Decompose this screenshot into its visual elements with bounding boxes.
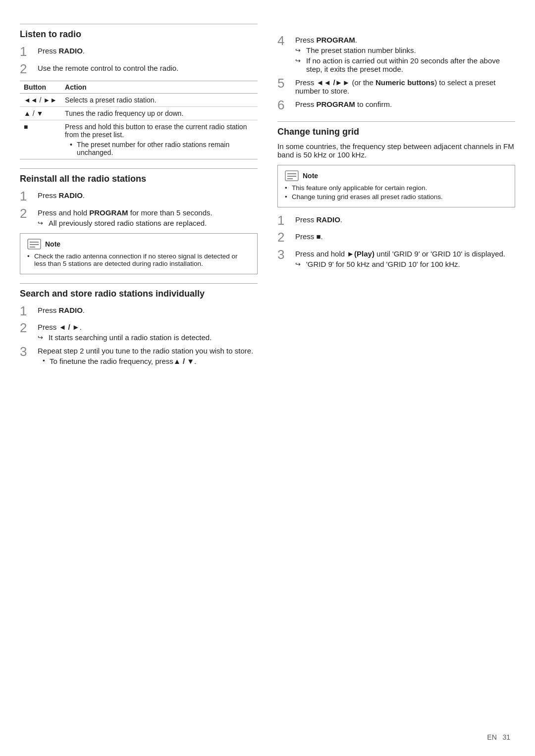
search-divider [20,283,258,284]
search-step3-bullet-prefix: To finetune the radio frequency, press [50,357,173,365]
search-step3-bullet-suffix: . [194,357,196,365]
reinstall-step2-bold: PROGRAM [89,208,128,217]
listen-step1-content: Press RADIO. [38,45,258,55]
search-step1: 1 Press RADIO. [20,304,258,318]
tuning-step3: 3 Press and hold ►(Play) until 'GRID 9' … [277,248,515,268]
arrow-icon-5: ↪ [295,260,304,268]
tuning-step1-content: Press RADIO. [295,213,515,224]
store-step6-prefix: Press [295,100,317,108]
listen-step2-content: Use the remote control to control the ra… [38,62,258,72]
tuning-step2-num: 2 [277,230,293,245]
store-step4: 4 Press PROGRAM. ↪ The preset station nu… [277,34,515,73]
store-step4-suffix: . [355,36,357,44]
table-row: ▲ / ▼Tunes the radio frequency up or dow… [20,107,258,120]
tuning-step3-arrow: ↪ 'GRID 9' for 50 kHz and 'GRID 10' for … [295,260,515,268]
tuning-note-bullets: • This feature only applicable for certa… [285,184,508,201]
search-step1-bold: RADIO [59,306,83,314]
store-step5-bold1: ◄◄ /►► [317,78,352,87]
reinstall-step2-prefix: Press and hold [38,208,89,217]
store-step4-bold: PROGRAM [317,36,355,44]
reinstall-note-bullet: • Check the radio antenna connection if … [27,252,250,267]
search-step2-content: Press ◄ / ►. ↪ It starts searching until… [38,321,258,342]
search-step3-content: Repeat step 2 until you tune to the radi… [38,345,258,365]
search-step3-bullet-bold: ▲ / ▼ [173,357,194,365]
listen-step1: 1 Press RADIO. [20,45,258,59]
table-col1-header: Button [20,81,61,94]
search-step3: 3 Repeat step 2 until you tune to the ra… [20,345,258,365]
reinstall-note-bullet-sym: • [27,252,34,260]
tuning-note-icon [285,170,299,181]
store-step5-num: 5 [277,76,293,91]
reinstall-step2-content: Press and hold PROGRAM for more than 5 s… [38,206,258,227]
store-step6-bold: PROGRAM [317,100,355,108]
reinstall-step1-num: 1 [20,189,36,203]
reinstall-step2-num: 2 [20,206,36,221]
arrow-icon-2: ↪ [38,334,47,341]
search-step2: 2 Press ◄ / ►. ↪ It starts searching unt… [20,321,258,342]
listen-step1-num: 1 [20,45,36,59]
tuning-step3-prefix: Press and hold [295,250,347,258]
radio-button-table: Button Action ◄◄ / ►► Selects a preset r… [20,81,258,159]
store-step5-prefix: Press [295,78,317,87]
left-column: Listen to radio 1 Press RADIO. 2 Use the… [20,15,258,368]
store-step4-arrow2-text: If no action is carried out within 20 se… [306,56,515,73]
search-step1-content: Press RADIO. [38,304,258,314]
reinstall-step1: 1 Press RADIO. [20,189,258,203]
search-step2-arrow: ↪ It starts searching until a radio stat… [38,333,258,342]
tuning-note-label: Note [303,172,318,180]
store-step5-bold2: Numeric buttons [375,78,434,87]
reinstall-step2-arrow: ↪ All previously stored radio stations a… [38,219,258,227]
arrow-icon-3: ↪ [295,47,304,54]
listen-title: Listen to radio [20,29,258,40]
store-step4-prefix: Press [295,36,317,44]
table-button-cell: ■ [20,120,61,159]
tuning-note-header: Note [285,170,508,181]
tuning-step2-content: Press ■. [295,230,515,241]
arrow-icon: ↪ [38,219,47,227]
tuning-title: Change tuning grid [277,127,515,137]
listen-step1-text: Press [38,47,59,55]
store-step4-arrow1-text: The preset station number blinks. [306,46,416,54]
reinstall-divider [20,168,258,169]
tuning-note-box: Note • This feature only applicable for … [277,165,515,207]
page-footer: EN 31 [487,733,510,741]
store-step6-suffix: to confirm. [355,100,392,108]
table-button-cell: ◄◄ / ►► [20,94,61,107]
arrow-icon-4: ↪ [295,57,304,64]
tuning-bullet-sym: • [285,184,292,192]
store-step4-arrow2: ↪ If no action is carried out within 20 … [295,56,515,73]
reinstall-note-label: Note [45,240,60,248]
store-step4-num: 4 [277,34,293,48]
store-step6-num: 6 [277,98,293,112]
tuning-note-bullet: • Change tuning grid erases all preset r… [285,193,508,201]
search-step2-prefix: Press [38,323,59,331]
store-step4-container: 4 Press PROGRAM. ↪ The preset station nu… [277,34,515,73]
tuning-note-bullet: • This feature only applicable for certa… [285,184,508,192]
reinstall-step1-content: Press RADIO. [38,189,258,200]
table-action-cell: Tunes the radio frequency up or down. [61,107,258,120]
table-col2-header: Action [61,81,258,94]
store-step4-content: Press PROGRAM. ↪ The preset station numb… [295,34,515,73]
tuning-step1-num: 1 [277,213,293,228]
search-step2-bold: ◄ / ► [59,323,80,331]
tuning-step3-arrow-text: 'GRID 9' for 50 kHz and 'GRID 10' for 10… [306,260,460,268]
search-step3-bullet-sym: • [43,357,50,364]
tuning-step1-text: Press [295,215,317,224]
tuning-step1-bold: RADIO [317,215,340,224]
reinstall-note-bullet-text: Check the radio antenna connection if no… [34,252,250,267]
tuning-step3-suffix: until 'GRID 9' or 'GRID 10' is displayed… [374,250,505,258]
search-step3-bullet: • To finetune the radio frequency, press… [43,357,258,365]
table-action-cell: Selects a preset radio station. [61,94,258,107]
store-step4-arrow1: ↪ The preset station number blinks. [295,46,515,54]
listen-divider [20,24,258,24]
reinstall-note-box: Note • Check the radio antenna connectio… [20,233,258,274]
reinstall-title: Reinstall all the radio stations [20,174,258,184]
tuning-bullet-sym: • [285,193,292,201]
search-step3-text: Repeat step 2 until you tune to the radi… [38,347,253,355]
listen-step2: 2 Use the remote control to control the … [20,62,258,76]
tuning-step3-bold: ►(Play) [347,250,374,258]
reinstall-step2-arrow-text: All previously stored radio stations are… [49,219,207,227]
store-step5-paren: (or the [352,78,375,87]
tuning-step3-num: 3 [277,248,293,262]
tuning-step1: 1 Press RADIO. [277,213,515,228]
